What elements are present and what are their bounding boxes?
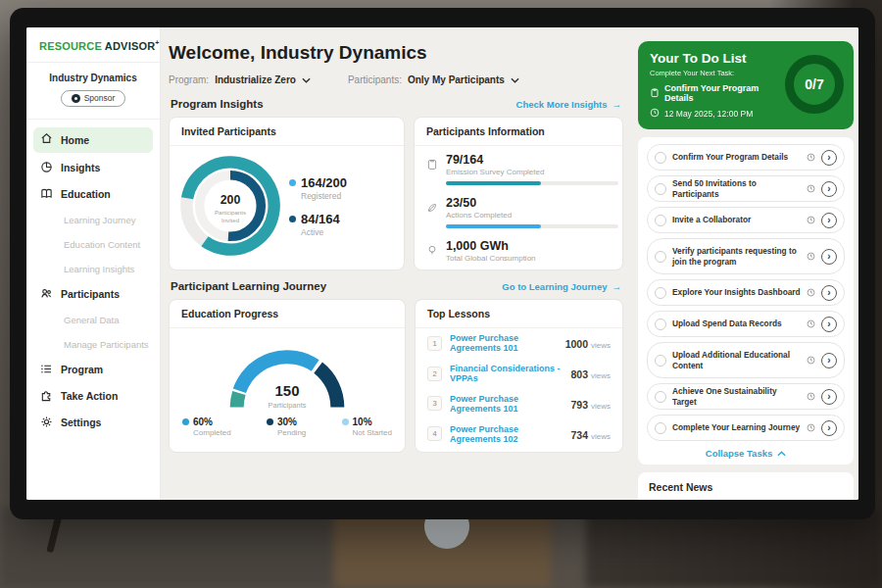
chevron-down-icon xyxy=(302,74,311,85)
brand-plus: + xyxy=(155,39,159,46)
todo-list-card: Confirm Your Program Details › Send 50 I… xyxy=(638,137,854,465)
sidebar-item-label: Settings xyxy=(61,416,101,428)
brand-secondary: ADVISOR xyxy=(105,40,156,52)
lesson-row: 3 Power Purchase Agreements 101 793views xyxy=(416,389,622,419)
sidebar-item-label: Education xyxy=(61,188,111,200)
sidebar-item-program[interactable]: Program xyxy=(26,357,160,383)
legend-dot xyxy=(182,418,189,425)
sponsor-badge-label: Sponsor xyxy=(84,93,116,103)
legend-dot xyxy=(289,216,296,222)
todo-next-task: Confirm Your Program Details xyxy=(664,83,789,103)
chevron-right-button[interactable]: › xyxy=(821,150,837,166)
svg-text:Invited: Invited xyxy=(221,217,240,223)
chevron-right-button[interactable]: › xyxy=(821,317,837,332)
gauge-legend: 60% Completed 30% Pending 10% Not Starte… xyxy=(170,415,405,437)
checkbox[interactable] xyxy=(655,152,666,164)
todo-item[interactable]: Verify participants requesting to join t… xyxy=(647,238,845,274)
chevron-down-icon xyxy=(511,74,519,85)
collapse-tasks-link[interactable]: Collapse Tasks xyxy=(647,446,845,460)
sponsor-badge-icon xyxy=(72,94,80,103)
svg-text:200: 200 xyxy=(220,193,241,207)
lesson-row: 5 Power Purchase Agreements 103 600views xyxy=(416,449,622,453)
go-to-learning-journey-link[interactable]: Go to Learning Journey → xyxy=(502,281,621,292)
progress-bar xyxy=(446,181,618,185)
todo-item[interactable]: Complete Your Learning Journey › xyxy=(647,415,845,441)
puzzle-icon xyxy=(40,389,53,404)
gauge-segment-pending xyxy=(318,368,338,407)
pie-chart-icon xyxy=(40,161,53,175)
sidebar-item-general-data[interactable]: General Data xyxy=(26,308,160,332)
legend-dot xyxy=(289,179,296,186)
participants-filter[interactable]: Participants: Only My Participants xyxy=(348,74,519,85)
chevron-right-button[interactable]: › xyxy=(821,389,837,405)
todo-item[interactable]: Achieve One Sustainability Target › xyxy=(647,383,845,410)
brand-primary: RESOURCE xyxy=(39,40,102,52)
chevron-right-button[interactable]: › xyxy=(821,213,837,228)
checkbox[interactable] xyxy=(655,355,666,367)
sidebar-item-settings[interactable]: Settings xyxy=(26,410,160,436)
clock-icon xyxy=(807,356,815,365)
check-more-insights-link[interactable]: Check More Insights → xyxy=(516,99,621,110)
checkbox[interactable] xyxy=(655,318,666,330)
program-filter[interactable]: Program: Industrialize Zero xyxy=(169,74,311,85)
top-lessons-card: Top Lessons 1 Power Purchase Agreements … xyxy=(415,299,623,453)
sidebar-item-insights[interactable]: Insights xyxy=(26,155,160,181)
page-title: Welcome, Industry Dynamics xyxy=(169,42,623,64)
checkbox[interactable] xyxy=(655,183,666,195)
gear-icon xyxy=(40,416,53,430)
checkbox[interactable] xyxy=(655,215,666,226)
sidebar-item-learning-journey[interactable]: Learning Journey xyxy=(26,208,160,232)
lesson-link[interactable]: Power Purchase Agreements 102 xyxy=(450,424,563,444)
todo-item[interactable]: Explore Your Insights Dashboard › xyxy=(647,279,845,306)
people-icon xyxy=(40,287,53,302)
card-title: Top Lessons xyxy=(416,300,622,328)
lesson-link[interactable]: Financial Considerations - VPPAs xyxy=(450,364,563,383)
bulb-icon xyxy=(426,239,438,263)
education-progress-card: Education Progress 150 Participants 60% … xyxy=(169,299,406,453)
card-title: Education Progress xyxy=(170,300,405,328)
sidebar-item-learning-insights[interactable]: Learning Insights xyxy=(26,257,160,281)
leaf-icon xyxy=(426,196,438,228)
lesson-rank: 4 xyxy=(427,426,442,441)
lesson-rank: 1 xyxy=(427,336,442,351)
program-filter-value: Industrialize Zero xyxy=(215,74,296,85)
sidebar-item-education-content[interactable]: Education Content xyxy=(26,232,160,257)
sidebar-item-home[interactable]: Home xyxy=(33,127,153,153)
sidebar-item-education[interactable]: Education xyxy=(26,181,160,208)
sidebar-item-label: Participants xyxy=(61,288,120,300)
chevron-right-button[interactable]: › xyxy=(821,181,837,197)
todo-item[interactable]: Invite a Collaborator › xyxy=(647,207,845,233)
participants-information-card: Participants Information 79/164 Emission… xyxy=(414,117,623,270)
card-title: Participants Information xyxy=(415,118,622,146)
todo-item[interactable]: Send 50 Invitations to Participants › xyxy=(647,175,845,202)
todo-item[interactable]: Confirm Your Program Details › xyxy=(647,144,845,171)
sidebar-item-take-action[interactable]: Take Action xyxy=(26,383,160,410)
sidebar-item-manage-participants[interactable]: Manage Participants xyxy=(26,332,160,357)
checkbox[interactable] xyxy=(655,391,666,403)
sidebar: RESOURCE ADVISOR+ Industry Dynamics Spon… xyxy=(26,27,161,500)
chevron-right-button[interactable]: › xyxy=(821,420,837,436)
checkbox[interactable] xyxy=(655,251,666,263)
sidebar-item-label: Home xyxy=(61,134,89,146)
section-title: Program Insights xyxy=(171,98,264,110)
checkbox[interactable] xyxy=(655,422,666,434)
insights-cards-row: Invited Participants 200 Participants In… xyxy=(169,117,623,270)
main-content: Welcome, Industry Dynamics Program: Indu… xyxy=(161,27,635,500)
sponsor-badge: Sponsor xyxy=(61,90,126,107)
lesson-link[interactable]: Power Purchase Agreements 101 xyxy=(450,394,563,414)
program-insights-header: Program Insights Check More Insights → xyxy=(171,98,621,110)
todo-item[interactable]: Upload Spend Data Records › xyxy=(647,311,845,337)
chevron-right-button[interactable]: › xyxy=(821,249,837,265)
clock-icon xyxy=(807,423,815,432)
learning-cards-row: Education Progress 150 Participants 60% … xyxy=(169,299,623,453)
lesson-link[interactable]: Power Purchase Agreements 101 xyxy=(450,333,558,353)
list-icon xyxy=(40,363,53,377)
chevron-right-button[interactable]: › xyxy=(821,285,837,301)
chevron-right-button[interactable]: › xyxy=(821,353,837,368)
checkbox[interactable] xyxy=(655,287,666,299)
todo-due-date: 12 May 2025, 12:00 PM xyxy=(664,109,753,119)
arrow-right-icon: → xyxy=(612,281,622,292)
clipboard-icon xyxy=(650,87,660,100)
todo-item[interactable]: Upload Additional Educational Content › xyxy=(647,342,845,378)
sidebar-item-participants[interactable]: Participants xyxy=(26,281,160,308)
